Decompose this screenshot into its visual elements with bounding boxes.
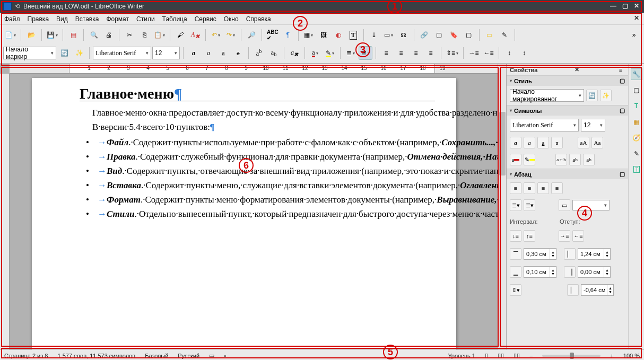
number-list-button[interactable]: ≣ xyxy=(359,46,372,60)
spellcheck-button[interactable]: ABC✔ xyxy=(265,28,280,42)
underline-button[interactable]: a xyxy=(216,46,230,60)
subscript-button[interactable]: ab xyxy=(583,154,595,165)
spacing-above-input[interactable]: ▲▼ xyxy=(524,248,556,260)
spacing-below-input[interactable]: ▲▼ xyxy=(524,266,556,278)
align-left-button[interactable]: ≡ xyxy=(510,182,521,194)
char-panel-header[interactable]: Символы▢ xyxy=(507,105,628,116)
bold-button[interactable]: a xyxy=(510,137,521,148)
cut-button[interactable]: ✂ xyxy=(123,28,136,42)
print-preview-button[interactable]: 🔍 xyxy=(87,28,101,42)
spacing-inc-button[interactable]: ↓≡ xyxy=(510,230,521,242)
line-spacing-button[interactable]: ⇕▾ xyxy=(510,284,521,296)
update-style-button[interactable]: 🔄 xyxy=(586,90,598,101)
copy-button[interactable]: ⎘ xyxy=(137,28,151,42)
print-button[interactable]: 🖨 xyxy=(102,28,116,42)
menu-edit[interactable]: Правка xyxy=(28,15,49,23)
subscript-button[interactable]: ab xyxy=(267,46,281,60)
align-center-button[interactable]: ≡ xyxy=(524,182,535,194)
insert-comment-button[interactable]: ▭ xyxy=(483,28,497,42)
decrease-indent-button[interactable]: ←≡ xyxy=(482,46,495,60)
align-justify-button[interactable]: ≡ xyxy=(551,182,563,194)
superscript-button[interactable]: ab xyxy=(252,46,266,60)
bullet-list-button[interactable]: ≣ xyxy=(344,46,358,60)
new-style-button[interactable]: ✨ xyxy=(600,90,612,101)
increase-indent-button[interactable]: →≡ xyxy=(467,46,481,60)
design-tab[interactable]: 🅃 xyxy=(631,164,642,175)
open-button[interactable]: 📂 xyxy=(24,28,38,42)
minimize-button[interactable]: — xyxy=(609,2,617,11)
track-changes-button[interactable]: ✎ xyxy=(498,28,511,42)
insert-textbox-button[interactable]: T xyxy=(346,28,360,42)
italic-button[interactable]: a xyxy=(524,137,535,148)
menu-help[interactable]: Справка xyxy=(246,15,271,23)
menu-file[interactable]: Файл xyxy=(4,15,20,23)
view-single-icon[interactable]: ▯ xyxy=(485,352,488,359)
navigator-tab[interactable]: 🧭 xyxy=(631,132,642,144)
insert-symbol-button[interactable]: Ω xyxy=(397,28,411,42)
font-color-button[interactable]: a xyxy=(510,154,521,165)
menu-tools[interactable]: Сервис xyxy=(195,15,216,23)
export-pdf-button[interactable]: ▤ xyxy=(66,28,80,42)
vertical-scrollbar[interactable] xyxy=(498,64,506,349)
indent-inc-button[interactable]: →≡ xyxy=(559,230,570,242)
view-book-icon[interactable]: ▯▯ xyxy=(514,352,520,359)
styles-tab[interactable]: T xyxy=(631,100,642,112)
insert-field-button[interactable]: ▭ xyxy=(382,28,396,42)
align-justify-button[interactable]: ≡ xyxy=(424,46,438,60)
paragraph-style-combo[interactable]: Начало маркир▾ xyxy=(3,47,56,59)
bg-color-combo[interactable]: ▾ xyxy=(572,200,610,210)
underline-button[interactable]: a xyxy=(537,137,549,148)
clear-formatting-button[interactable]: A✖ xyxy=(188,28,202,42)
para-spacing-dec-button[interactable]: ↕ xyxy=(517,46,531,60)
bg-color-button[interactable]: ▭ xyxy=(559,199,570,211)
sidebar-style-combo[interactable]: Начало маркированног▾ xyxy=(510,89,584,102)
menu-window[interactable]: Окно xyxy=(224,15,239,23)
insert-pagebreak-button[interactable]: ⤓ xyxy=(367,28,381,42)
highlight-button[interactable]: ✎ xyxy=(323,46,337,60)
document-page[interactable]: Главное·меню¶ Главное·меню·окна·предоста… xyxy=(32,78,456,349)
view-multi-icon[interactable]: ▯▯ xyxy=(498,352,504,359)
insert-footnote-button[interactable]: ▢ xyxy=(432,28,446,42)
page-tab[interactable]: ▢ xyxy=(631,84,642,96)
menu-table[interactable]: Таблица xyxy=(162,15,187,23)
close-button[interactable]: ✕ xyxy=(632,2,641,11)
vertical-ruler[interactable] xyxy=(0,74,10,349)
status-page[interactable]: Страница 2 из 8 xyxy=(4,353,48,359)
strike-button[interactable]: a xyxy=(551,137,563,148)
maximize-button[interactable]: ▢ xyxy=(621,2,629,11)
save-button[interactable]: 💾 xyxy=(45,28,59,42)
toolbar-overflow-button[interactable]: » xyxy=(627,28,641,42)
shrink-font-button[interactable]: Aa xyxy=(591,137,603,148)
clear-direct-button[interactable]: a✖ xyxy=(288,46,301,60)
horizontal-ruler[interactable]: 12345678910111213141516171819 xyxy=(10,64,498,74)
new-doc-button[interactable]: 📄 xyxy=(3,28,18,42)
line-spacing-button[interactable]: ⇕≡ xyxy=(445,46,460,60)
formatting-marks-button[interactable]: ¶ xyxy=(281,28,295,42)
status-sel-icon[interactable]: ▫ xyxy=(224,353,226,359)
sidebar-font-combo[interactable]: Liberation Serif▾ xyxy=(510,119,579,131)
menu-insert[interactable]: Вставка xyxy=(75,15,99,23)
status-language[interactable]: Русский xyxy=(178,353,199,359)
indent-right-input[interactable]: ▲▼ xyxy=(578,266,611,278)
update-style-button[interactable]: 🔄 xyxy=(57,46,71,60)
clone-formatting-button[interactable]: 🖌 xyxy=(173,28,187,42)
sidebar-close-button[interactable]: ✕ xyxy=(573,66,581,73)
para-panel-header[interactable]: Абзац▢ xyxy=(507,169,628,179)
strikethrough-button[interactable]: a xyxy=(231,46,245,60)
align-left-button[interactable]: ≡ xyxy=(379,46,393,60)
paste-button[interactable]: 📋 xyxy=(152,28,167,42)
align-center-button[interactable]: ≡ xyxy=(394,46,408,60)
insert-chart-button[interactable]: ◐ xyxy=(332,28,345,42)
close-document-button[interactable]: ✕ xyxy=(632,14,641,23)
bullet-button[interactable]: ≣▾ xyxy=(510,199,521,211)
panel-more-icon[interactable]: ▢ xyxy=(620,107,625,114)
undo-button[interactable]: ↶ xyxy=(209,28,223,42)
style-panel-header[interactable]: Стиль▢ xyxy=(507,75,628,86)
insert-bookmark-button[interactable]: 🔖 xyxy=(447,28,461,42)
para-spacing-inc-button[interactable]: ↕ xyxy=(502,46,516,60)
font-name-combo[interactable]: Liberation Serif▾ xyxy=(93,47,151,59)
gallery-tab[interactable]: ▦ xyxy=(631,116,642,128)
superscript-button[interactable]: ab xyxy=(569,154,581,165)
insert-hyperlink-button[interactable]: 🔗 xyxy=(417,28,431,42)
font-color-button[interactable]: a xyxy=(308,46,322,60)
